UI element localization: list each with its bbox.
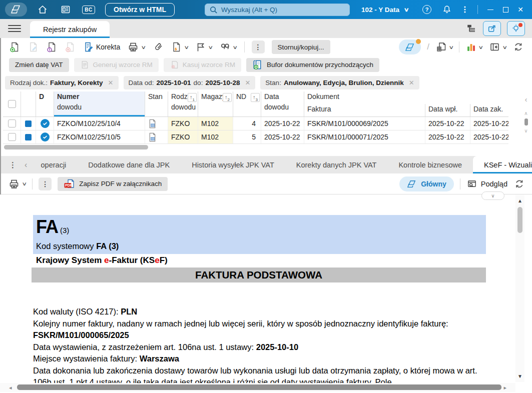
news-button[interactable] (58, 2, 73, 16)
bufor-dokumentow-button[interactable]: Bufor dokumentów przychodzących (246, 58, 379, 72)
layers-view-button[interactable] (399, 40, 421, 54)
stornuj-kopiuj-button[interactable]: Stornuj/kopiuj... (272, 40, 330, 54)
analytics-button[interactable]: ∨ (465, 42, 482, 52)
open-in-html-button[interactable]: Otwórz w HTML (105, 3, 175, 16)
print-button[interactable]: ∨ (127, 42, 145, 52)
podglad-label: Podgląd (481, 180, 507, 188)
more-menu-button[interactable] (457, 5, 472, 14)
tree-view-icon[interactable] (466, 23, 477, 34)
viewer-refresh-button[interactable] (513, 178, 525, 190)
scrollbar-thumb[interactable] (524, 118, 528, 126)
table-row[interactable]: FZKO/M102/25/10/5 FZKO M102 5 2025-10-22… (3, 130, 508, 144)
window-left-edge (0, 38, 1, 194)
scrollbar-thumb[interactable] (517, 207, 522, 233)
korekta-button[interactable]: Korekta (83, 42, 120, 52)
tab-kontrole-biznesowe[interactable]: Kontrole biznesowe (387, 156, 473, 174)
glowny-view-button[interactable]: Główny (399, 176, 454, 192)
maximize-button[interactable] (498, 7, 513, 12)
filter-chip-data[interactable]: Data od: 2025-10-01 do: 2025-10-28 ✕ (124, 76, 256, 90)
toolbar-overflow-button[interactable]: ⋮ (252, 40, 265, 54)
tab-ksef-wizualizacja[interactable]: KSeF - Wizualizacja (473, 156, 532, 174)
column-scroll-left-icon[interactable]: ‹ (525, 95, 527, 104)
document-vertical-scrollbar[interactable]: ▲ ▼ (515, 195, 524, 382)
slash-separator: / (427, 42, 429, 52)
col-rodzaj-dowodu[interactable]: Rodzaj dowodu ↑1 (168, 92, 198, 116)
tab-korekty-danych-jpk[interactable]: Korekty danych JPK VAT (285, 156, 388, 174)
row-checkbox[interactable] (8, 120, 16, 128)
add-document-button[interactable] (9, 42, 21, 52)
collapse-panel-button[interactable]: ∨ (481, 192, 504, 200)
toolbar-separator (459, 42, 459, 52)
table-vertical-scrollbar[interactable]: ‹ ∧ ∨ (522, 95, 530, 149)
document-horizontal-scrollbar[interactable]: ◂ ▸ (0, 383, 515, 392)
tab-historia-wysylek-jpk[interactable]: Historia wysyłek JPK VAT (181, 156, 285, 174)
remove-filter-icon[interactable]: ✕ (409, 79, 414, 86)
zapisz-pdf-button[interactable]: PDF Zapisz PDF w załącznikach (58, 177, 168, 191)
cell-rodzaj: FZKO (168, 117, 198, 130)
bc-button[interactable]: BC (81, 2, 96, 16)
close-button[interactable]: ✕ (513, 6, 528, 13)
check-circle-icon (41, 119, 50, 128)
search-input[interactable] (221, 6, 345, 14)
col-nd[interactable]: ND ↑3 (233, 92, 261, 116)
help-button[interactable]: ? (419, 5, 434, 14)
doc-line-currency: Kod waluty (ISO 4217): PLN (33, 306, 486, 318)
tab-dodatkowe-dane-jpk[interactable]: Dodatkowe dane dla JPK (77, 156, 181, 174)
col-d[interactable]: D (36, 92, 54, 116)
tab-rejestr-zakupow[interactable]: Rejestr zakupów (30, 21, 110, 38)
scrollbar-thumb[interactable] (17, 384, 501, 390)
dock-panel-button[interactable]: ∨ (489, 42, 506, 52)
col-data-zak[interactable]: Data zak. (470, 104, 508, 116)
minimize-button[interactable] (483, 10, 498, 10)
col-magazyn[interactable]: Magazyn ↑2 (198, 92, 233, 116)
attachments-button[interactable] (153, 42, 164, 52)
col-data-wpl[interactable]: Data wpł. (425, 104, 470, 116)
scroll-left-icon[interactable]: ◂ (9, 384, 12, 391)
select-all-checkbox[interactable] (8, 100, 16, 108)
sort-badge-3[interactable]: ↑3 (251, 93, 260, 102)
podglad-button[interactable]: Podgląd (466, 178, 507, 190)
global-search[interactable] (205, 4, 350, 16)
bc-icon: BC (82, 6, 95, 14)
table-row[interactable]: FZKO/M102/25/10/4 FZKO M102 4 2025-10-22… (3, 117, 508, 130)
document-info-button[interactable] (46, 42, 58, 52)
assistant-button[interactable] (507, 21, 525, 36)
preview-icon (466, 178, 477, 190)
scroll-up-icon[interactable]: ▲ (515, 198, 524, 204)
scroll-down-icon[interactable]: ▼ (515, 374, 524, 379)
col-numer-dowodu[interactable]: Numer dowodu (54, 92, 145, 116)
tab-historia-operacji[interactable]: operacji (27, 156, 77, 174)
tabs-overflow-button[interactable]: ⋮ (9, 160, 17, 170)
app-menu-button[interactable] (5, 2, 27, 16)
row-checkbox[interactable] (8, 133, 16, 141)
hamburger-menu-icon[interactable] (8, 23, 21, 34)
report-layout-button[interactable]: ∨ (435, 42, 453, 52)
refresh-button[interactable] (512, 42, 524, 52)
minimize-icon (487, 10, 493, 10)
company-selector[interactable]: 102 - Y Data ∨ (361, 6, 408, 14)
filter-chip-rodzaj[interactable]: Rodzaj dok.: Faktury, Korekty ✕ (5, 76, 119, 90)
notifications-button[interactable] (439, 4, 454, 14)
col-faktura[interactable]: Faktura (304, 104, 425, 116)
scroll-down-icon[interactable]: ∨ (524, 128, 527, 134)
flag-button[interactable]: ∨ (195, 42, 212, 52)
quick-action-document-button[interactable]: ∨ (171, 42, 188, 52)
viewer-print-button[interactable]: ∨ (8, 178, 26, 190)
filter-chip-stan[interactable]: Stan: Anulowany, Edycja, Brulion, Dzienn… (260, 76, 419, 90)
sort-badge-2[interactable]: ↑2 (223, 93, 232, 102)
scroll-up-icon[interactable]: ∧ (524, 110, 527, 116)
scrollbar-thumb[interactable] (4, 145, 148, 150)
table-horizontal-scrollbar[interactable] (3, 144, 508, 150)
sort-badge-1[interactable]: ↑1 (188, 93, 197, 102)
viewer-overflow-button[interactable]: ⋮ (39, 178, 52, 190)
remove-filter-icon[interactable]: ✕ (108, 79, 114, 86)
share-button[interactable] (483, 21, 501, 36)
zmien-date-vat-button[interactable]: Zmień datę VAT (9, 58, 69, 72)
col-flag[interactable] (21, 92, 36, 116)
relations-button[interactable]: ∨ (219, 42, 237, 52)
col-data-dowodu[interactable]: Data dowodu (261, 92, 304, 116)
remove-filter-icon[interactable]: ✕ (245, 79, 250, 86)
col-stan[interactable]: Stan (145, 92, 168, 116)
scroll-right-icon[interactable]: ▸ (503, 384, 506, 391)
home-button[interactable] (35, 2, 50, 16)
